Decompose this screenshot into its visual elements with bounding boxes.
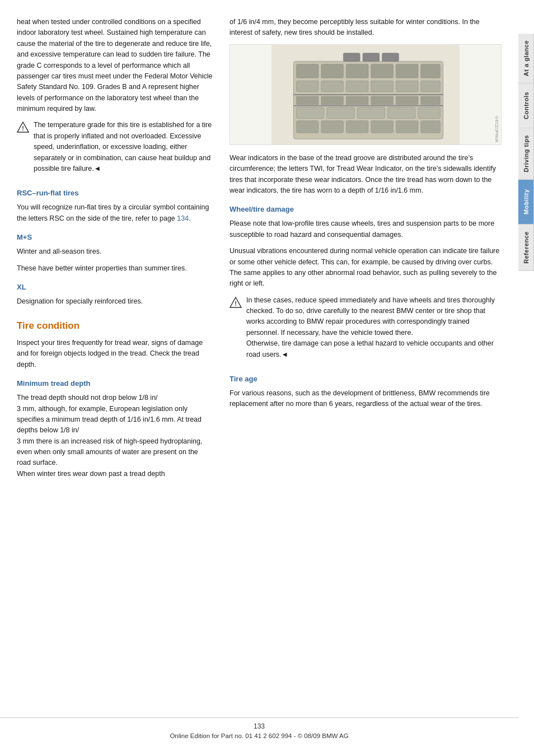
warning-icon-2: !	[229, 296, 242, 309]
wheel-tire-damage-heading: Wheel/tire damage	[229, 204, 502, 215]
svg-rect-37	[382, 53, 399, 62]
svg-rect-32	[371, 120, 394, 133]
svg-rect-30	[321, 120, 344, 133]
svg-rect-4	[296, 64, 318, 78]
svg-rect-21	[371, 96, 394, 105]
footer-copyright: Online Edition for Part no. 01 41 2 602 …	[170, 732, 348, 739]
xl-heading: XL	[17, 282, 213, 293]
xl-para: Designation for specially reinforced tir…	[17, 296, 213, 307]
svg-rect-15	[421, 81, 441, 92]
svg-rect-11	[321, 81, 344, 92]
main-content: heat when tested under controlled condit…	[0, 0, 518, 756]
svg-rect-18	[296, 96, 318, 105]
tire-age-para: For various reasons, such as the develop…	[229, 388, 502, 410]
min-tread-para: The tread depth should not drop below 1/…	[17, 393, 213, 479]
tire-condition-heading: Tire condition	[17, 319, 213, 333]
warning-block-1: ! The temperature grade for this tire is…	[17, 120, 213, 180]
page-number: 133	[0, 722, 518, 730]
ms-heading: M+S	[17, 232, 213, 243]
svg-text:!: !	[22, 125, 24, 132]
left-column: heat when tested under controlled condit…	[17, 17, 224, 734]
warning-icon-1: !	[17, 121, 29, 133]
tire-tread-image: ©ECZ/JP/MJA	[229, 44, 502, 145]
svg-rect-8	[396, 64, 418, 78]
svg-rect-25	[327, 107, 354, 118]
right-column: of 1/6 in/4 mm, they become perceptibly …	[224, 17, 502, 734]
intro-paragraph: heat when tested under controlled condit…	[17, 17, 213, 114]
svg-rect-7	[371, 64, 394, 78]
svg-rect-26	[357, 107, 385, 118]
page-wrapper: heat when tested under controlled condit…	[0, 0, 534, 756]
svg-rect-13	[371, 81, 394, 92]
ms-para1: Winter and all-season tires.	[17, 246, 213, 257]
sidebar-tabs: At a glance Controls Driving tips Mobili…	[518, 0, 534, 756]
rsc-paragraph: You will recognize run-flat tires by a c…	[17, 202, 213, 224]
warning-text-1: The temperature grade for this tire is e…	[34, 120, 213, 174]
tire-tread-svg	[230, 45, 501, 144]
warning-block-2: ! In these cases, reduce speed immediate…	[229, 295, 502, 366]
svg-rect-23	[421, 96, 441, 105]
svg-rect-31	[346, 120, 368, 133]
wheel-damage-para1: Please note that low-profile tires cause…	[229, 218, 502, 240]
svg-rect-29	[296, 120, 318, 133]
min-tread-heading: Minimum tread depth	[17, 378, 213, 389]
tab-reference[interactable]: Reference	[518, 225, 534, 271]
svg-rect-34	[421, 120, 441, 133]
svg-rect-12	[346, 81, 368, 92]
svg-rect-28	[418, 107, 441, 118]
warning-text-2: In these cases, reduce speed immediately…	[246, 295, 502, 360]
svg-rect-24	[296, 107, 324, 118]
svg-rect-10	[296, 81, 318, 92]
ms-para2: These have better winter properties than…	[17, 263, 213, 274]
svg-rect-5	[321, 64, 344, 78]
page-footer: 133 Online Edition for Part no. 01 41 2 …	[0, 717, 518, 739]
svg-rect-22	[396, 96, 418, 105]
svg-rect-6	[346, 64, 368, 78]
image-credit: ©ECZ/JP/MJA	[495, 116, 499, 142]
tab-driving-tips[interactable]: Driving tips	[518, 128, 534, 180]
tab-mobility[interactable]: Mobility	[518, 180, 534, 225]
rsc-heading: RSC–run-flat tires	[17, 188, 213, 199]
wheel-damage-para2: Unusual vibrations encountered during no…	[229, 246, 502, 290]
svg-rect-35	[343, 53, 360, 62]
tread-wear-para: Wear indicators in the base of the tread…	[229, 153, 502, 197]
tab-controls[interactable]: Controls	[518, 83, 534, 128]
continued-para: of 1/6 in/4 mm, they become perceptibly …	[229, 17, 502, 39]
svg-rect-36	[363, 53, 380, 62]
svg-rect-14	[396, 81, 418, 92]
svg-rect-20	[346, 96, 368, 105]
svg-rect-33	[396, 120, 418, 133]
rsc-link[interactable]: 134	[177, 214, 189, 222]
tab-at-a-glance[interactable]: At a glance	[518, 34, 534, 83]
svg-rect-9	[421, 64, 441, 78]
svg-rect-19	[321, 96, 344, 105]
svg-rect-27	[388, 107, 415, 118]
svg-text:!: !	[235, 300, 237, 307]
tire-age-heading: Tire age	[229, 374, 502, 385]
tire-condition-para: Inspect your tires frequently for tread …	[17, 338, 213, 370]
